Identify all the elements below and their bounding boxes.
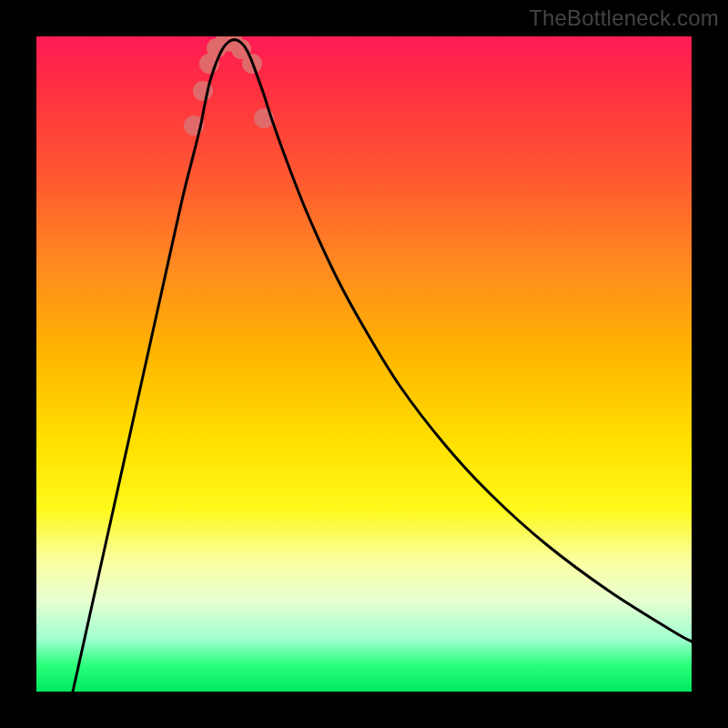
plot-area (36, 36, 692, 692)
curve-svg (36, 36, 692, 692)
bottleneck-curve (73, 40, 692, 692)
chart-frame: TheBottleneck.com (0, 0, 728, 728)
watermark-text: TheBottleneck.com (529, 5, 719, 31)
